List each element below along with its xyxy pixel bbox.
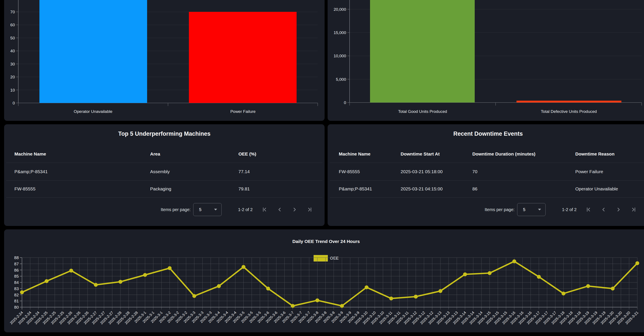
paginator: Items per page: 5 1-2 of 2 xyxy=(484,203,640,216)
daily-oee-trend-line-chart: 8081828384858687882025-2-242025-2-242025… xyxy=(4,230,644,332)
units-produced-chart-card: 05,00010,00015,00020,000Total Good Units… xyxy=(328,0,644,121)
column-header: Area xyxy=(150,151,160,157)
daily-oee-trend-card: Daily OEE Trend Over 24 Hours OEE 808182… xyxy=(4,230,644,332)
first-page-icon xyxy=(262,206,268,212)
data-point-marker xyxy=(636,261,639,265)
row-divider xyxy=(330,197,644,198)
data-point-marker xyxy=(192,294,196,298)
data-point-marker xyxy=(389,296,393,300)
svg-text:Total Defective Units Produced: Total Defective Units Produced xyxy=(541,109,597,114)
page-size-select[interactable]: 5 xyxy=(193,203,222,216)
column-header: Machine Name xyxy=(14,151,46,157)
previous-page-button[interactable] xyxy=(597,203,610,216)
first-page-button[interactable] xyxy=(582,203,595,216)
bar xyxy=(189,12,296,103)
data-point-marker xyxy=(69,268,73,272)
data-point-marker xyxy=(217,284,221,288)
chevron-left-icon xyxy=(276,206,282,212)
data-point-marker xyxy=(20,290,24,294)
data-point-marker xyxy=(488,271,492,275)
table-cell: 77.14 xyxy=(238,169,250,175)
svg-text:88: 88 xyxy=(14,256,19,260)
svg-text:20: 20 xyxy=(10,75,15,79)
svg-text:20,000: 20,000 xyxy=(334,7,346,12)
data-point-marker xyxy=(291,304,295,308)
svg-text:84: 84 xyxy=(14,280,19,285)
paginator: Items per page: 5 1-2 of 2 xyxy=(161,203,316,216)
svg-text:86: 86 xyxy=(14,268,19,272)
first-page-icon xyxy=(586,206,592,212)
recent-downtime-events-card: Recent Downtime Events Items per page: 5… xyxy=(328,124,644,226)
chevron-right-icon xyxy=(292,206,298,212)
last-page-icon xyxy=(631,206,637,212)
svg-text:Total Good Units Produced: Total Good Units Produced xyxy=(398,109,447,114)
svg-text:40: 40 xyxy=(10,49,15,53)
svg-text:Power Failure: Power Failure xyxy=(230,109,256,114)
svg-text:87: 87 xyxy=(14,262,19,266)
data-point-marker xyxy=(315,298,319,302)
next-page-button[interactable] xyxy=(288,203,301,216)
table-cell: P&amp;P-85341 xyxy=(339,186,372,192)
bar xyxy=(370,0,475,102)
data-point-marker xyxy=(118,280,122,284)
table-cell: Operator Unavailable xyxy=(575,186,618,192)
svg-text:Operator Unavailable: Operator Unavailable xyxy=(74,109,112,114)
table-cell: Assembly xyxy=(150,169,170,175)
column-header: OEE (%) xyxy=(238,151,256,157)
table-cell: 86 xyxy=(472,186,477,192)
row-divider xyxy=(6,162,322,163)
svg-text:85: 85 xyxy=(14,274,19,278)
row-divider xyxy=(6,180,322,181)
last-page-button[interactable] xyxy=(304,203,316,216)
items-per-page-label: Items per page: xyxy=(484,207,514,212)
column-header: Downtime Start At xyxy=(400,151,440,157)
units-produced-bar-chart: 05,00010,00015,00020,000Total Good Units… xyxy=(328,0,644,121)
next-page-button[interactable] xyxy=(612,203,625,216)
column-header: Downtime Reason xyxy=(575,151,614,157)
svg-text:60: 60 xyxy=(10,22,15,27)
table-cell: 2025-03-21 04:15:00 xyxy=(400,186,442,192)
data-point-marker xyxy=(438,289,442,293)
chevron-left-icon xyxy=(600,206,606,212)
row-divider xyxy=(330,162,644,163)
dropdown-arrow-icon xyxy=(214,209,217,210)
chevron-right-icon xyxy=(616,206,622,212)
svg-text:82: 82 xyxy=(14,293,19,297)
data-point-marker xyxy=(414,295,418,298)
svg-text:30: 30 xyxy=(10,62,15,66)
data-point-marker xyxy=(537,275,541,279)
data-point-marker xyxy=(242,265,246,269)
data-point-marker xyxy=(44,279,48,283)
svg-text:83: 83 xyxy=(14,286,19,291)
row-divider xyxy=(6,197,322,198)
table-cell: FW-85555 xyxy=(14,186,36,192)
svg-text:5,000: 5,000 xyxy=(336,77,346,82)
svg-text:10,000: 10,000 xyxy=(334,54,346,58)
svg-text:10: 10 xyxy=(10,88,15,92)
table-cell: 70 xyxy=(472,169,477,175)
data-point-marker xyxy=(168,266,172,270)
dropdown-arrow-icon xyxy=(538,209,541,210)
page-size-select[interactable]: 5 xyxy=(517,203,546,216)
underperforming-machines-card: Top 5 Underperforming Machines Items per… xyxy=(4,124,324,226)
data-point-marker xyxy=(143,273,147,277)
underperforming-machines-title: Top 5 Underperforming Machines xyxy=(4,130,324,137)
downtime-by-reason-chart-card: 010203040506070Operator UnavailablePower… xyxy=(4,0,324,121)
first-page-button[interactable] xyxy=(258,203,271,216)
table-cell: P&amp;P-85341 xyxy=(14,169,48,175)
svg-text:80: 80 xyxy=(14,305,19,310)
page-size-value: 5 xyxy=(523,207,525,212)
last-page-button[interactable] xyxy=(628,203,640,216)
data-point-marker xyxy=(562,292,566,296)
data-point-marker xyxy=(463,272,467,276)
previous-page-button[interactable] xyxy=(273,203,286,216)
page-size-value: 5 xyxy=(199,207,202,212)
last-page-icon xyxy=(307,206,313,212)
items-per-page-label: Items per page: xyxy=(161,207,190,212)
data-point-marker xyxy=(340,304,344,308)
svg-text:50: 50 xyxy=(10,36,15,40)
bar xyxy=(516,100,622,102)
data-point-marker xyxy=(512,259,516,263)
table-cell: 2025-03-21 05:18:00 xyxy=(400,169,442,175)
data-point-marker xyxy=(586,284,590,288)
